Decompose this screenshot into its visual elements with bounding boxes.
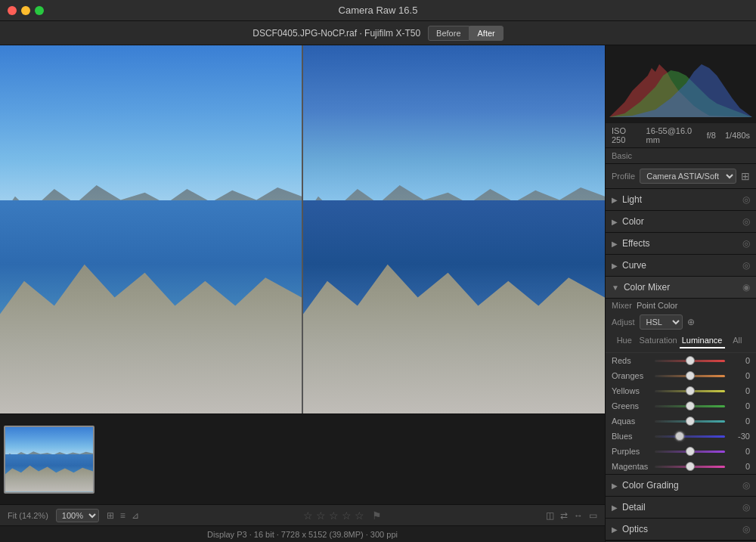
maximize-button[interactable] [35, 6, 44, 15]
light-section-header[interactable]: ▶ Light ◎ [606, 189, 756, 211]
yellows-label: Yellows [612, 386, 651, 395]
profile-grid-icon[interactable]: ⊞ [741, 170, 750, 182]
sort-icon[interactable]: ≡ [120, 510, 125, 521]
adjust-label: Adjust [612, 317, 635, 327]
oranges-track[interactable] [655, 375, 725, 377]
adjust-select[interactable]: HSL Color [640, 314, 683, 330]
oranges-thumb[interactable] [686, 371, 695, 380]
detail-eye-icon[interactable]: ◎ [742, 502, 750, 513]
minimize-button[interactable] [21, 6, 30, 15]
greens-thumb[interactable] [686, 401, 695, 410]
layout-icon-3[interactable]: ↔ [574, 510, 583, 521]
thumbnail-image [5, 427, 93, 492]
blues-track[interactable] [655, 435, 725, 438]
effects-eye-icon[interactable]: ◎ [742, 238, 750, 249]
purples-thumb[interactable] [686, 447, 695, 456]
compare-icon[interactable]: ⊞ [107, 510, 114, 521]
color-mixer-eye-icon[interactable]: ◉ [742, 282, 750, 293]
layout-icon-2[interactable]: ⇄ [560, 510, 568, 521]
titlebar: Camera Raw 16.5 [0, 0, 756, 21]
before-button[interactable]: Before [428, 26, 469, 41]
optics-eye-icon[interactable]: ◎ [742, 524, 750, 534]
detail-header[interactable]: ▶ Detail ◎ [606, 497, 756, 519]
tab-hue[interactable]: Hue [612, 333, 637, 348]
profile-select[interactable]: Camera ASTIA/Soft Adobe Standard Adobe L… [640, 169, 736, 184]
detail-title: Detail [622, 502, 742, 513]
zoom-select[interactable]: 100% 50% 25% Fit [56, 509, 99, 522]
filmstrip-thumbnail[interactable] [4, 426, 94, 494]
yellows-row: Yellows 0 [606, 383, 756, 398]
color-grading-title: Color Grading [622, 480, 742, 491]
light-eye-icon[interactable]: ◎ [742, 194, 750, 205]
status-bar: Display P3 · 16 bit · 7728 x 5152 (39.8M… [0, 525, 605, 542]
star-1[interactable]: ☆ [303, 509, 313, 522]
purples-row: Purples 0 [606, 444, 756, 459]
thumb-sky [5, 427, 93, 457]
bottom-center: ☆ ☆ ☆ ☆ ☆ ⚑ [147, 509, 538, 522]
curve-section-header[interactable]: ▶ Curve ◎ [606, 255, 756, 277]
sky-layer [0, 45, 302, 211]
adjust-row: Adjust HSL Color ⊕ [606, 312, 756, 333]
star-5[interactable]: ☆ [355, 509, 364, 522]
aquas-thumb[interactable] [686, 417, 695, 426]
purples-label: Purples [612, 447, 651, 456]
target-icon[interactable]: ⊕ [687, 317, 695, 327]
flag-icon[interactable]: ⚑ [372, 509, 382, 522]
zoom-fit: Fit (14.2%) [8, 511, 48, 520]
reds-track[interactable] [655, 360, 725, 362]
after-button[interactable]: After [469, 26, 503, 41]
status-text: Display P3 · 16 bit · 7728 x 5152 (39.8M… [207, 530, 398, 539]
magentas-label: Magentas [612, 462, 651, 471]
aquas-value: 0 [729, 417, 750, 426]
histogram-chart [609, 49, 752, 117]
oranges-label: Oranges [612, 371, 651, 380]
reds-thumb[interactable] [686, 356, 695, 365]
aquas-track[interactable] [655, 420, 725, 423]
mixer-label: Mixer [612, 301, 632, 310]
greens-value: 0 [729, 401, 750, 410]
detail-chevron: ▶ [612, 503, 618, 512]
optics-header[interactable]: ▶ Optics ◎ [606, 519, 756, 540]
mixer-value[interactable]: Point Color [637, 301, 677, 310]
curve-eye-icon[interactable]: ◎ [742, 260, 750, 271]
oranges-row: Oranges 0 [606, 368, 756, 383]
purples-track[interactable] [655, 451, 725, 453]
star-2[interactable]: ☆ [316, 509, 326, 522]
yellows-track[interactable] [655, 390, 725, 392]
greens-track[interactable] [655, 405, 725, 407]
layout-icon-1[interactable]: ◫ [546, 510, 554, 521]
aperture: f/8 [707, 131, 716, 140]
blues-thumb[interactable] [675, 432, 684, 441]
yellows-thumb[interactable] [686, 386, 695, 395]
color-section-header[interactable]: ▶ Color ◎ [606, 211, 756, 233]
purples-value: 0 [729, 447, 750, 456]
tab-luminance[interactable]: Luminance [680, 333, 725, 348]
after-panel [303, 45, 605, 413]
star-4[interactable]: ☆ [342, 509, 352, 522]
blues-label: Blues [612, 432, 651, 441]
close-button[interactable] [8, 6, 17, 15]
color-mixer-chevron: ▼ [612, 283, 619, 292]
profile-label: Profile [612, 172, 635, 181]
filter-icon[interactable]: ⊿ [132, 510, 139, 521]
curve-chevron: ▶ [612, 262, 618, 270]
optics-chevron: ▶ [612, 525, 618, 534]
color-mixer-header[interactable]: ▼ Color Mixer ◉ [606, 277, 756, 299]
effects-section-header[interactable]: ▶ Effects ◎ [606, 233, 756, 255]
bottom-right: ◫ ⇄ ↔ ▭ [546, 510, 597, 521]
color-title: Color [622, 216, 742, 227]
magentas-thumb[interactable] [686, 462, 695, 471]
app-title: Camera Raw 16.5 [339, 5, 418, 16]
color-eye-icon[interactable]: ◎ [742, 216, 750, 227]
panel-toolbar: Basic [606, 148, 756, 164]
profile-row: Profile Camera ASTIA/Soft Adobe Standard… [606, 164, 756, 189]
tab-all[interactable]: All [725, 333, 751, 348]
tab-saturation[interactable]: Saturation [637, 333, 680, 348]
star-3[interactable]: ☆ [329, 509, 339, 522]
color-grading-eye-icon[interactable]: ◎ [742, 480, 750, 491]
layout-icon-4[interactable]: ▭ [589, 510, 597, 521]
greens-label: Greens [612, 401, 651, 410]
magentas-track[interactable] [655, 466, 725, 468]
color-grading-header[interactable]: ▶ Color Grading ◎ [606, 475, 756, 497]
effects-title: Effects [622, 238, 742, 249]
